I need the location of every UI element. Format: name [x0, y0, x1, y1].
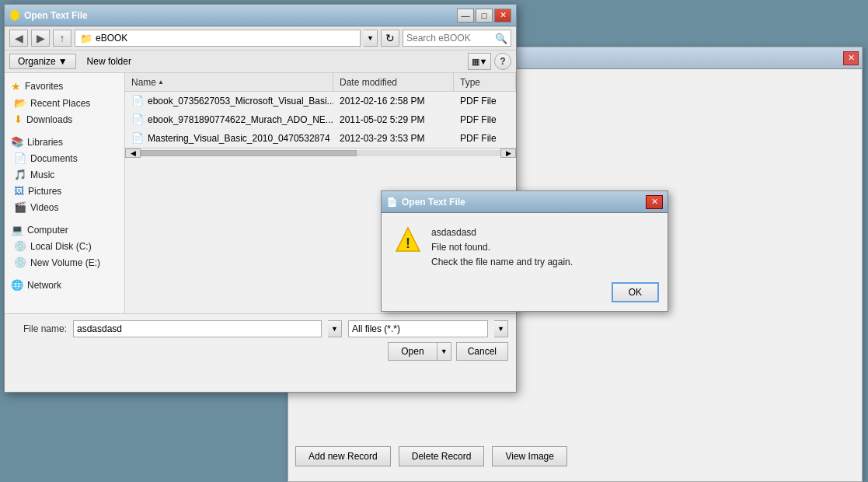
open-arrow-button[interactable]: ▼ [437, 342, 451, 361]
h-scroll-thumb[interactable] [141, 150, 357, 156]
bg-window-close-button[interactable]: ✕ [843, 51, 859, 65]
dialog-title-icon [9, 10, 20, 21]
network-header[interactable]: 🌐 Network [5, 277, 124, 293]
dialog-title-text: Open Text File [24, 10, 88, 21]
col-header-name[interactable]: Name ▲ [125, 73, 333, 91]
action-buttons: Open ▼ Cancel [12, 342, 508, 361]
svg-text:!: ! [406, 236, 410, 251]
downloads-icon: ⬇ [14, 114, 23, 125]
up-button[interactable]: ↑ [53, 30, 71, 47]
h-scroll-right-button[interactable]: ▶ [500, 148, 516, 158]
col-header-type[interactable]: Type [454, 73, 516, 91]
table-row[interactable]: 📄 ebook_0735627053_Microsoft_Visual_Basi… [125, 92, 516, 110]
help-button[interactable]: ? [494, 53, 511, 70]
error-dialog: 📄 Open Text File ✕ ! asdasdasd File not … [381, 190, 668, 312]
search-icon: 🔍 [495, 33, 507, 44]
libraries-icon: 📚 [11, 136, 23, 148]
downloads-label: Downloads [26, 114, 72, 125]
address-bar: ◀ ▶ ↑ 📁 eBOOK ▼ ↻ 🔍 [5, 26, 516, 51]
sidebar-item-new-volume[interactable]: 💿 New Volume (E:) [5, 254, 124, 271]
minimize-button[interactable]: — [457, 9, 474, 23]
documents-icon: 📄 [14, 152, 26, 164]
sidebar-item-recent-places[interactable]: 📂 Recent Places [5, 95, 124, 111]
sidebar-item-local-disk[interactable]: 💿 Local Disk (C:) [5, 238, 124, 254]
file-type-select[interactable]: All files (*.*) [348, 320, 488, 337]
local-disk-icon: 💿 [14, 240, 26, 252]
file-list-header: Name ▲ Date modified Type [125, 73, 516, 92]
error-body: ! asdasdasd File not found. Check the fi… [382, 213, 668, 280]
address-dropdown-button[interactable]: ▼ [364, 30, 378, 47]
table-row[interactable]: 📄 ebook_9781890774622_Murach_ADO_NE... 2… [125, 110, 516, 129]
local-disk-label: Local Disk (C:) [30, 241, 92, 252]
sidebar-item-documents[interactable]: 📄 Documents [5, 150, 124, 166]
maximize-button[interactable]: □ [476, 9, 493, 23]
h-scroll-left-button[interactable]: ◀ [125, 148, 141, 158]
search-input[interactable] [406, 33, 493, 44]
bg-bottom-buttons: Add new Record Delete Record View Image [295, 446, 567, 466]
dialog-titlebar: Open Text File — □ ✕ [5, 5, 516, 26]
cancel-button[interactable]: Cancel [456, 342, 508, 361]
favorites-header[interactable]: ★ Favorites [5, 78, 124, 95]
pdf-icon: 📄 [131, 95, 144, 107]
delete-record-button[interactable]: Delete Record [399, 446, 485, 466]
toolbar: Organize ▼ New folder ▦ ▼ ? [5, 51, 516, 73]
ok-button[interactable]: OK [612, 283, 658, 302]
computer-label: Computer [27, 225, 68, 236]
file-name-label: File name: [12, 323, 67, 334]
error-titlebar: 📄 Open Text File ✕ [382, 191, 668, 213]
file-type-value: All files (*.*) [352, 323, 400, 334]
sidebar-item-pictures[interactable]: 🖼 Pictures [5, 183, 124, 199]
file-name-dropdown-button[interactable]: ▼ [328, 320, 342, 337]
network-label: Network [27, 280, 61, 291]
organize-button[interactable]: Organize ▼ [9, 54, 76, 69]
h-scroll-track[interactable] [141, 150, 500, 156]
search-box[interactable]: 🔍 [403, 30, 511, 47]
error-message-line1: File not found. [431, 240, 573, 255]
open-button-group: Open ▼ [388, 342, 451, 361]
recent-places-icon: 📂 [14, 97, 26, 109]
error-title-icon: 📄 [386, 197, 398, 208]
add-record-button[interactable]: Add new Record [295, 446, 391, 466]
view-image-button[interactable]: View Image [492, 446, 566, 466]
sidebar-item-downloads[interactable]: ⬇ Downloads [5, 111, 124, 127]
network-section: 🌐 Network [5, 277, 124, 293]
videos-label: Videos [30, 202, 58, 213]
computer-section: 💻 Computer 💿 Local Disk (C:) 💿 New Volum… [5, 222, 124, 271]
new-volume-label: New Volume (E:) [30, 257, 100, 268]
error-title-text: 📄 Open Text File [386, 197, 465, 208]
file-name-cell: 📄 ebook_0735627053_Microsoft_Visual_Basi… [125, 93, 333, 108]
computer-icon: 💻 [11, 224, 23, 236]
file-type-cell: PDF File [454, 94, 516, 108]
error-close-button[interactable]: ✕ [646, 195, 663, 209]
videos-icon: 🎬 [14, 201, 26, 213]
pdf-icon: 📄 [131, 114, 144, 125]
view-button[interactable]: ▦ ▼ [468, 53, 491, 70]
file-name-cell: 📄 Mastering_Visual_Basic_2010_0470532874 [125, 131, 333, 145]
file-type-cell: PDF File [454, 131, 516, 145]
sidebar: ★ Favorites 📂 Recent Places ⬇ Downloads … [5, 73, 125, 313]
dialog-title: Open Text File [9, 10, 88, 21]
forward-button[interactable]: ▶ [31, 30, 50, 47]
favorites-section: ★ Favorites 📂 Recent Places ⬇ Downloads [5, 78, 124, 127]
bottom-area: File name: ▼ All files (*.*) ▼ Open ▼ Ca… [5, 314, 516, 367]
sidebar-item-music[interactable]: 🎵 Music [5, 166, 124, 183]
close-button[interactable]: ✕ [494, 9, 511, 23]
horizontal-scrollbar[interactable]: ◀ ▶ [125, 148, 516, 157]
computer-header[interactable]: 💻 Computer [5, 222, 124, 238]
sidebar-item-videos[interactable]: 🎬 Videos [5, 199, 124, 215]
file-type-dropdown-button[interactable]: ▼ [494, 320, 508, 337]
libraries-header[interactable]: 📚 Libraries [5, 134, 124, 150]
pictures-icon: 🖼 [14, 185, 24, 197]
open-button[interactable]: Open [388, 342, 437, 361]
col-header-date[interactable]: Date modified [333, 73, 454, 91]
file-date-cell: 2012-02-16 2:58 PM [333, 94, 454, 108]
file-name-input[interactable] [73, 320, 322, 337]
network-icon: 🌐 [11, 279, 23, 291]
address-path-text: eBOOK [96, 33, 127, 44]
new-folder-button[interactable]: New folder [79, 54, 139, 68]
address-path[interactable]: 📁 eBOOK [75, 30, 361, 47]
back-button[interactable]: ◀ [9, 30, 28, 47]
refresh-button[interactable]: ↻ [381, 30, 399, 47]
file-type-cell: PDF File [454, 113, 516, 127]
table-row[interactable]: 📄 Mastering_Visual_Basic_2010_0470532874… [125, 129, 516, 148]
